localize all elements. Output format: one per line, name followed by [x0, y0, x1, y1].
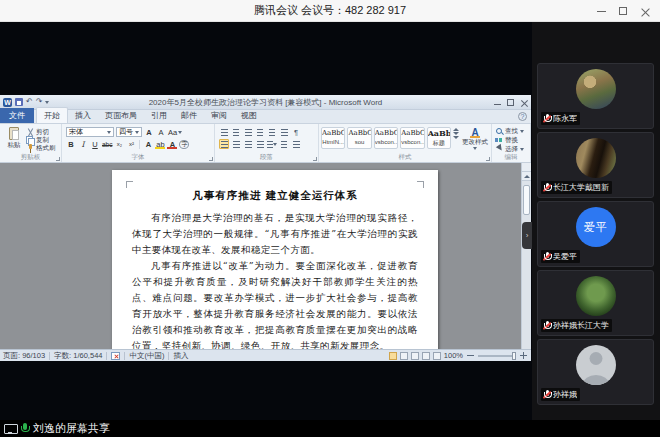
word-minimize-button[interactable]: [494, 104, 501, 105]
line-spacing-button[interactable]: [267, 139, 277, 149]
show-marks-button[interactable]: ¶: [291, 127, 301, 137]
bold-button[interactable]: B: [66, 139, 76, 149]
format-painter-button[interactable]: 格式刷: [26, 144, 56, 152]
outline-view-button[interactable]: [422, 352, 430, 360]
font-dialog-launcher[interactable]: [209, 157, 213, 161]
help-icon[interactable]: ?: [518, 112, 527, 121]
subscript-button[interactable]: x₂: [114, 139, 124, 149]
style-card[interactable]: AaBbCcDc HtmlN...: [321, 127, 345, 149]
vertical-scrollbar[interactable]: [521, 163, 531, 349]
tab-insert[interactable]: 插入: [68, 108, 98, 123]
print-layout-view-button[interactable]: [389, 352, 397, 360]
tab-home[interactable]: 开始: [36, 107, 68, 123]
clipboard-group: 粘贴 剪切 复制 格式刷 剪贴板: [0, 124, 62, 162]
increase-indent-button[interactable]: [267, 127, 277, 137]
save-icon[interactable]: [15, 98, 23, 106]
shrink-font-button[interactable]: A: [156, 127, 166, 137]
sidebar-collapse-handle[interactable]: ›: [522, 222, 532, 249]
word-logo-icon[interactable]: W: [3, 98, 12, 107]
zoom-level[interactable]: 100%: [444, 351, 463, 360]
document-page[interactable]: 凡事有序推进 建立健全运行体系 有序治理是大学治理的基石，是实现大学治理的现实路…: [112, 170, 438, 349]
zoom-slider[interactable]: [478, 355, 516, 357]
participants-sidebar: 陈永军 长江大学戴国新 爱平 吴爱平 孙祥娥长江大学 孙祥娥: [532, 22, 660, 420]
bullets-button[interactable]: [219, 127, 229, 137]
undo-icon[interactable]: ↶: [26, 98, 33, 106]
scrollbar-thumb[interactable]: [523, 185, 530, 215]
paste-button[interactable]: 粘贴: [2, 126, 26, 153]
justify-button[interactable]: [255, 139, 265, 149]
participant-tile[interactable]: 孙祥娥: [537, 339, 654, 405]
participant-tile[interactable]: 孙祥娥长江大学: [537, 270, 654, 336]
spellcheck-icon[interactable]: [111, 352, 120, 360]
shading-button[interactable]: [279, 139, 289, 149]
paragraph-dialog-launcher[interactable]: [313, 157, 317, 161]
participant-tile[interactable]: 陈永军: [537, 63, 654, 129]
style-card[interactable]: AaBbC 标题: [427, 127, 451, 149]
tab-page-layout[interactable]: 页面布局: [98, 108, 144, 123]
scroll-up-button[interactable]: [522, 172, 531, 181]
draft-view-button[interactable]: [433, 352, 441, 360]
highlight-color-button[interactable]: ab: [155, 139, 165, 149]
ruler-toggle-button[interactable]: [522, 163, 531, 172]
align-center-button[interactable]: [231, 139, 241, 149]
underline-button[interactable]: U: [90, 139, 100, 149]
character-border-button[interactable]: 字: [179, 140, 189, 149]
zoom-slider-thumb[interactable]: [512, 352, 516, 360]
bullets-icon: [221, 129, 228, 136]
word-window: W ↶ ↷ 2020年5月全校师生政治理论学习资料 [兼容模式] - Micro…: [0, 95, 531, 361]
word-restore-button[interactable]: [507, 99, 514, 106]
minimize-button[interactable]: [590, 0, 612, 22]
redo-icon[interactable]: ↷: [36, 98, 43, 106]
clipboard-group-label: 剪贴板: [0, 153, 61, 162]
word-count[interactable]: 字数: 1/60,544: [54, 351, 102, 361]
tab-review[interactable]: 审阅: [204, 108, 234, 123]
qat-dropdown-icon[interactable]: [45, 101, 49, 104]
borders-button[interactable]: [291, 139, 301, 149]
font-size-select[interactable]: 四号: [116, 127, 142, 137]
style-card[interactable]: AaBbCcD vsbcon...: [400, 127, 424, 149]
document-canvas[interactable]: 凡事有序推进 建立健全运行体系 有序治理是大学治理的基石，是实现大学治理的现实路…: [0, 163, 531, 349]
style-card[interactable]: AaBbCcDb sou: [347, 127, 371, 149]
style-card[interactable]: AaBbCcDc vsbcon...: [374, 127, 398, 149]
tab-file[interactable]: 文件: [0, 108, 34, 123]
font-name-select[interactable]: 宋体: [66, 127, 114, 137]
tab-mailings[interactable]: 邮件: [174, 108, 204, 123]
numbering-button[interactable]: [231, 127, 241, 137]
align-left-button[interactable]: [219, 139, 229, 149]
change-case-button[interactable]: Aa: [168, 127, 182, 137]
styles-gallery-scroll[interactable]: [453, 127, 459, 139]
font-color-button[interactable]: A: [167, 139, 177, 149]
multilevel-list-button[interactable]: [243, 127, 253, 137]
meeting-title: 腾讯会议 会议号：482 282 917: [254, 3, 406, 18]
web-layout-view-button[interactable]: [411, 352, 419, 360]
fullscreen-view-button[interactable]: [400, 352, 408, 360]
superscript-button[interactable]: x²: [126, 139, 136, 149]
text-effects-button[interactable]: A: [143, 139, 153, 149]
document-paragraph: 有序治理是大学治理的基石，是实现大学治理的现实路径，体现了大学治理的一般规律。“…: [132, 210, 418, 258]
find-button[interactable]: 查找: [495, 127, 527, 135]
select-button[interactable]: 选择: [495, 145, 527, 153]
participant-tile[interactable]: 长江大学戴国新: [537, 132, 654, 198]
align-right-button[interactable]: [243, 139, 253, 149]
change-styles-button[interactable]: A 更改样式: [461, 127, 489, 150]
tab-references[interactable]: 引用: [144, 108, 174, 123]
close-button[interactable]: [634, 0, 656, 22]
insert-mode-indicator[interactable]: 插入: [173, 351, 188, 361]
strikethrough-button[interactable]: abc: [102, 139, 112, 149]
language-indicator[interactable]: 中文(中国): [129, 351, 164, 361]
sort-button[interactable]: [279, 127, 289, 137]
zoom-out-button[interactable]: [466, 351, 475, 360]
tab-view[interactable]: 视图: [234, 108, 264, 123]
find-icon: [495, 127, 503, 135]
italic-button[interactable]: I: [78, 139, 88, 149]
participant-nameplate: 陈永军: [541, 112, 580, 125]
zoom-in-button[interactable]: [519, 351, 528, 360]
styles-dialog-launcher[interactable]: [486, 157, 490, 161]
grow-font-button[interactable]: A: [144, 127, 154, 137]
decrease-indent-button[interactable]: [255, 127, 265, 137]
maximize-button[interactable]: [612, 0, 634, 22]
participant-tile[interactable]: 爱平 吴爱平: [537, 201, 654, 267]
word-close-button[interactable]: [520, 99, 528, 107]
page-indicator[interactable]: 页面: 96/103: [3, 351, 45, 361]
clipboard-dialog-launcher[interactable]: [56, 157, 60, 161]
